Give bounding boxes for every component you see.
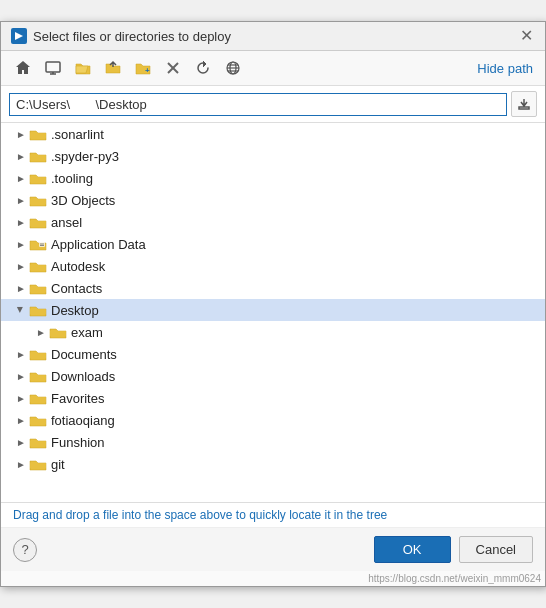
folder-icon — [29, 347, 47, 361]
tree-item-label: git — [51, 457, 65, 472]
footer: ? OK Cancel — [1, 528, 545, 571]
tree-item[interactable]: ► Autodesk — [1, 255, 545, 277]
tree-item[interactable]: ► git — [1, 453, 545, 475]
tree-item-label: 3D Objects — [51, 193, 115, 208]
folder-icon — [29, 369, 47, 383]
folder-open-button[interactable] — [69, 55, 97, 81]
expand-arrow: ► — [13, 236, 29, 252]
refresh-button[interactable] — [189, 55, 217, 81]
folder-icon — [29, 237, 47, 251]
tree-item-label: .spyder-py3 — [51, 149, 119, 164]
dialog-title: Select files or directories to deploy — [33, 29, 231, 44]
tree-item[interactable]: ► Funshion — [1, 431, 545, 453]
folder-up-button[interactable] — [99, 55, 127, 81]
watermark: https://blog.csdn.net/weixin_mmm0624 — [1, 571, 545, 586]
tree-item-label: Autodesk — [51, 259, 105, 274]
footer-actions: OK Cancel — [374, 536, 533, 563]
home-button[interactable] — [9, 55, 37, 81]
tree-item[interactable]: ► .sonarlint — [1, 123, 545, 145]
folder-icon — [29, 215, 47, 229]
expand-arrow: ► — [13, 126, 29, 142]
tree-item-label: Desktop — [51, 303, 99, 318]
expand-arrow: ► — [13, 434, 29, 450]
file-tree[interactable]: ► .sonarlint► .spyder-py3► .tooling► 3D … — [1, 123, 545, 503]
expand-arrow: ► — [13, 456, 29, 472]
tree-item[interactable]: ► 3D Objects — [1, 189, 545, 211]
dialog-icon — [11, 28, 27, 44]
tree-item-label: Application Data — [51, 237, 146, 252]
folder-icon — [29, 171, 47, 185]
tree-item[interactable]: ► .spyder-py3 — [1, 145, 545, 167]
cancel-button[interactable]: Cancel — [459, 536, 533, 563]
expand-arrow: ► — [13, 346, 29, 362]
tree-item[interactable]: ► exam — [1, 321, 545, 343]
folder-icon — [29, 149, 47, 163]
tree-item[interactable]: ► Downloads — [1, 365, 545, 387]
expand-arrow: ► — [13, 258, 29, 274]
folder-icon — [29, 457, 47, 471]
expand-arrow: ► — [13, 280, 29, 296]
expand-arrow: ► — [13, 302, 29, 318]
computer-button[interactable] — [39, 55, 67, 81]
folder-icon — [29, 303, 47, 317]
tree-item-label: Favorites — [51, 391, 104, 406]
folder-icon — [29, 435, 47, 449]
expand-arrow: ► — [33, 324, 49, 340]
title-bar: Select files or directories to deploy ✕ — [1, 22, 545, 51]
folder-icon — [29, 391, 47, 405]
tree-item[interactable]: ► ansel — [1, 211, 545, 233]
folder-icon — [29, 281, 47, 295]
expand-arrow: ► — [13, 214, 29, 230]
expand-arrow: ► — [13, 148, 29, 164]
folder-icon — [29, 259, 47, 273]
dialog-window: Select files or directories to deploy ✕ — [0, 21, 546, 587]
folder-icon — [49, 325, 67, 339]
expand-arrow: ► — [13, 192, 29, 208]
expand-arrow: ► — [13, 170, 29, 186]
hide-path-button[interactable]: Hide path — [473, 59, 537, 78]
tree-item[interactable]: ► Contacts — [1, 277, 545, 299]
tree-item[interactable]: ► Favorites — [1, 387, 545, 409]
path-input[interactable] — [9, 93, 507, 116]
tree-item-label: Documents — [51, 347, 117, 362]
help-button[interactable]: ? — [13, 538, 37, 562]
tree-item[interactable]: ► fotiaoqiang — [1, 409, 545, 431]
svg-text:+: + — [145, 66, 150, 75]
folder-icon — [29, 413, 47, 427]
title-bar-left: Select files or directories to deploy — [11, 28, 231, 44]
tree-item-label: .sonarlint — [51, 127, 104, 142]
toolbar: + Hide path — [1, 51, 545, 86]
expand-arrow: ► — [13, 390, 29, 406]
new-folder-button[interactable]: + — [129, 55, 157, 81]
delete-button[interactable] — [159, 55, 187, 81]
tree-item-label: Contacts — [51, 281, 102, 296]
folder-icon — [29, 193, 47, 207]
expand-arrow: ► — [13, 368, 29, 384]
tree-item-label: fotiaoqiang — [51, 413, 115, 428]
tree-item[interactable]: ► Documents — [1, 343, 545, 365]
tree-item-label: Downloads — [51, 369, 115, 384]
tree-item-label: exam — [71, 325, 103, 340]
path-download-button[interactable] — [511, 91, 537, 117]
folder-icon — [29, 127, 47, 141]
drag-hint: Drag and drop a file into the space abov… — [1, 503, 545, 528]
tree-item-label: ansel — [51, 215, 82, 230]
tree-item[interactable]: ► Desktop — [1, 299, 545, 321]
tree-item[interactable]: ► .tooling — [1, 167, 545, 189]
svg-marker-0 — [15, 32, 23, 40]
tree-item-label: .tooling — [51, 171, 93, 186]
ok-button[interactable]: OK — [374, 536, 451, 563]
tree-item-label: Funshion — [51, 435, 104, 450]
close-button[interactable]: ✕ — [518, 28, 535, 44]
expand-arrow: ► — [13, 412, 29, 428]
tree-item[interactable]: ► Application Data — [1, 233, 545, 255]
path-bar — [1, 86, 545, 123]
network-button[interactable] — [219, 55, 247, 81]
svg-rect-1 — [46, 62, 60, 72]
